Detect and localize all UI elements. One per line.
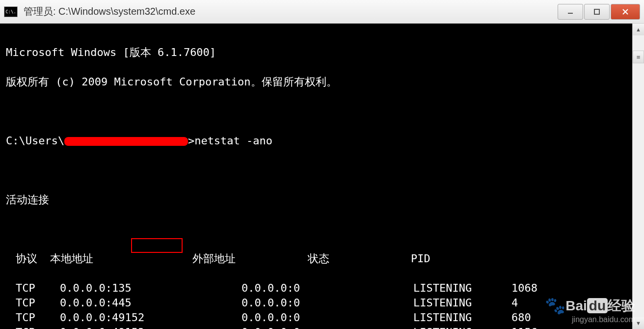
header-row: 协议本地地址外部地址状态PID: [6, 251, 638, 266]
version-line: Microsoft Windows [版本 6.1.7600]: [6, 45, 638, 60]
connection-row: TCP0.0.0.0:1350.0.0.0:0LISTENING1068: [16, 281, 638, 296]
copyright-line: 版权所有 (c) 2009 Microsoft Corporation。保留所有…: [6, 75, 638, 89]
console-output[interactable]: Microsoft Windows [版本 6.1.7600] 版权所有 (c)…: [0, 24, 644, 329]
window-title: 管理员: C:\Windows\system32\cmd.exe: [24, 5, 557, 18]
connection-row: TCP0.0.0.0:491530.0.0.0:0LISTENING1156: [16, 325, 638, 329]
scroll-up-button[interactable]: ▲: [633, 24, 644, 35]
cell-local: 0.0.0.0:49153: [60, 325, 242, 329]
blank-line: [6, 163, 638, 178]
header-foreign: 外部地址: [192, 251, 308, 266]
cell-proto: TCP: [16, 296, 60, 310]
redacted-username: xxxxxxxxxxxxxxxxxxx: [64, 137, 188, 146]
header-state: 状态: [308, 251, 411, 266]
scroll-aux-button[interactable]: ≡: [633, 51, 644, 63]
cell-state: LISTENING: [413, 281, 511, 296]
cell-foreign: 0.0.0.0:0: [242, 281, 413, 296]
cell-foreign: 0.0.0.0:0: [242, 310, 413, 325]
cell-local: 0.0.0.0:135: [60, 281, 242, 296]
cell-state: LISTENING: [413, 310, 511, 325]
cell-foreign: 0.0.0.0:0: [242, 296, 413, 310]
cell-pid: 1156: [511, 325, 551, 329]
connection-row: TCP0.0.0.0:4450.0.0.0:0LISTENING4: [16, 296, 638, 310]
cell-pid: 1068: [511, 281, 551, 296]
connection-row: TCP0.0.0.0:491520.0.0.0:0LISTENING680: [16, 310, 638, 325]
blank-line: [6, 222, 638, 237]
active-connections-label: 活动连接: [6, 192, 638, 207]
close-button[interactable]: [611, 4, 640, 20]
window-controls: [557, 4, 640, 20]
title-bar: C:\. 管理员: C:\Windows\system32\cmd.exe: [0, 0, 644, 24]
cell-foreign: 0.0.0.0:0: [242, 325, 413, 329]
header-proto: 协议: [6, 251, 50, 266]
cell-state: LISTENING: [413, 325, 511, 329]
cell-proto: TCP: [16, 325, 60, 329]
cell-proto: TCP: [16, 281, 60, 296]
header-local: 本地地址: [50, 251, 192, 266]
cell-proto: TCP: [16, 310, 60, 325]
blank-line: [6, 104, 638, 119]
prompt-line: C:\Users\xxxxxxxxxxxxxxxxxxx>netstat -an…: [6, 134, 638, 148]
cell-pid: 680: [511, 310, 551, 325]
minimize-button[interactable]: [558, 4, 583, 20]
cell-pid: 4: [511, 296, 551, 310]
svg-rect-1: [594, 9, 599, 14]
cell-state: LISTENING: [413, 296, 511, 310]
scroll-down-button[interactable]: ▼: [633, 317, 644, 329]
header-pid: PID: [411, 251, 450, 266]
cell-local: 0.0.0.0:49152: [60, 310, 242, 325]
cell-local: 0.0.0.0:445: [60, 296, 242, 310]
port-highlight-box: [131, 238, 183, 253]
scrollbar[interactable]: ▲ ≡ ▼: [632, 24, 644, 329]
maximize-button[interactable]: [584, 4, 610, 20]
cmd-icon: C:\.: [4, 6, 18, 17]
